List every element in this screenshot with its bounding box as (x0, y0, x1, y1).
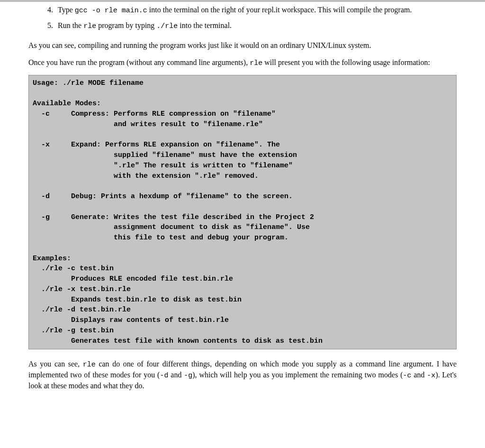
document-page: 4. Type gcc -o rle main.c into the termi… (0, 5, 485, 412)
inline-code: -d (160, 372, 168, 380)
usage-code-block: Usage: ./rle MODE filename Available Mod… (28, 75, 457, 350)
inline-code: -g (184, 372, 192, 380)
inline-code: -c (403, 372, 412, 380)
list-item: 4. Type gcc -o rle main.c into the termi… (47, 5, 457, 16)
inline-code: rle (83, 22, 96, 30)
step-text-pre: Type (58, 6, 75, 14)
step-number: 5. (47, 20, 53, 31)
inline-code: ./rle (156, 22, 178, 30)
paragraph-seg: As you can see, (28, 360, 83, 368)
paragraph-text: As you can see, compiling and running th… (28, 41, 371, 49)
inline-code: -x (427, 372, 435, 380)
inline-code: rle (250, 59, 262, 67)
step-text-mid: program by typing (96, 21, 156, 29)
paragraph: As you can see, compiling and running th… (28, 40, 457, 51)
step-text-post: into the terminal on the right of your r… (147, 6, 412, 14)
list-item: 5. Run the rle program by typing ./rle i… (47, 20, 457, 31)
inline-code: rle (83, 361, 96, 369)
paragraph-text-pre: Once you have run the program (without a… (28, 58, 250, 66)
step-text-post: into the terminal. (178, 21, 232, 29)
paragraph: Once you have run the program (without a… (28, 57, 457, 68)
paragraph-text-post: will present you with the following usag… (262, 58, 430, 66)
inline-code: gcc -o rle main.c (75, 7, 147, 15)
instruction-list: 4. Type gcc -o rle main.c into the termi… (47, 5, 457, 32)
step-number: 4. (47, 5, 53, 15)
step-text-pre: Run the (58, 21, 83, 29)
paragraph: As you can see, rle can do one of four d… (28, 359, 457, 391)
paragraph-seg: ), which will help you as you implement … (192, 371, 403, 379)
paragraph-seg: and (412, 371, 427, 379)
paragraph-seg: and (168, 371, 184, 379)
